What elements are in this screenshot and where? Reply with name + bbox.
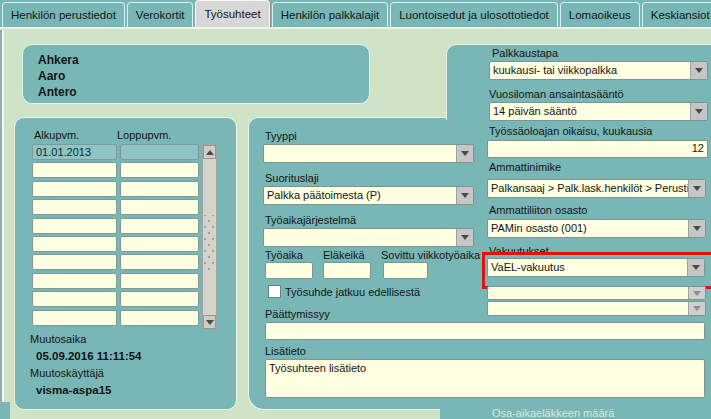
vuosiloman-ansaintasaanto-label: Vuosiloman ansaintasääntö <box>489 88 624 100</box>
muutoskayttaja-value: visma-aspa15 <box>36 384 111 396</box>
ammattiliiton-osasto-value: PAMin osasto (001) <box>488 220 688 237</box>
tab-verokortit[interactable]: Verokortit <box>127 2 194 27</box>
chevron-down-icon <box>693 291 701 296</box>
table-row <box>32 310 202 326</box>
tyoaikajarjestelma-label: Työaikajärjestelmä <box>265 214 356 226</box>
dropdown-button[interactable] <box>456 187 473 204</box>
tyoaika-input[interactable] <box>265 262 313 279</box>
osa-aikaelakkeen-maara-label: Osa-aikaeläkkeen määrä <box>492 407 614 419</box>
muutosaika-label: Muutosaika <box>30 333 86 345</box>
vakuutukset-value: VaEL-vakuutus <box>488 259 687 276</box>
tyosuhde-jatkuu-label: Työsuhde jatkuu edellisestä <box>285 286 420 298</box>
dropdown-button[interactable] <box>690 62 707 79</box>
loppupvm-cell[interactable] <box>120 254 199 270</box>
alkupvm-cell[interactable] <box>32 199 117 215</box>
tab-lomaoikeus[interactable]: Lomaoikeus <box>560 2 640 27</box>
alkupvm-cell[interactable] <box>32 162 117 178</box>
tab-henkilon-perustiedot[interactable]: Henkilön perustiedot <box>2 2 125 27</box>
chevron-down-icon <box>461 235 469 240</box>
suorituslaji-label: Suorituslaji <box>265 172 319 184</box>
dropdown-button[interactable] <box>687 259 704 276</box>
scrollbar-thumb[interactable] <box>204 215 215 271</box>
tyossaoloajan-oikaisu-input[interactable]: 12 <box>487 140 708 158</box>
dropdown-button[interactable] <box>456 145 473 162</box>
vuosiloman-ansaintasaanto-select[interactable]: 14 päivän sääntö <box>489 102 708 121</box>
alkupvm-cell[interactable] <box>32 310 117 326</box>
dropdown-button[interactable] <box>688 302 705 315</box>
chevron-down-icon <box>693 226 701 231</box>
tyyppi-select[interactable] <box>263 144 474 163</box>
vakuutukset-select-2[interactable] <box>487 286 706 300</box>
alkupvm-cell[interactable] <box>32 291 117 307</box>
tab-luontoisedut[interactable]: Luontoisedut ja ulosottotiedot <box>390 2 558 27</box>
employee-firstname: Aaro <box>38 68 79 84</box>
muutosaika-value: 05.09.2016 11:11:54 <box>36 350 142 362</box>
window-left-highlight <box>2 30 4 419</box>
suorituslaji-value: Palkka päätoimesta (P) <box>264 187 456 204</box>
ammattiliiton-osasto-label: Ammattiliiton osasto <box>489 204 587 216</box>
palkkaustapa-value: kuukausi- tai viikkopalkka <box>490 62 690 79</box>
table-row: 01.01.2013 <box>32 144 202 160</box>
loppupvm-cell[interactable] <box>120 162 199 178</box>
arrow-up-icon <box>206 150 214 155</box>
loppupvm-cell[interactable] <box>120 181 199 197</box>
tyossaoloajan-oikaisu-label: Työssäoloajan oikaisu, kuukausia <box>489 125 652 137</box>
dropdown-button[interactable] <box>456 229 473 246</box>
muutoskayttaja-label: Muutoskäyttäjä <box>30 367 104 379</box>
table-row <box>32 199 202 215</box>
scroll-up-button[interactable] <box>203 145 216 159</box>
ammattinimike-value: Palkansaaj > Palk.lask.henkilöt > Perust… <box>488 180 688 197</box>
lisatieto-label: Lisätieto <box>265 345 306 357</box>
loppupvm-cell[interactable] <box>120 273 199 289</box>
chevron-down-icon <box>461 151 469 156</box>
vakuutukset-select[interactable]: VaEL-vakuutus <box>487 258 705 277</box>
alkupvm-cell[interactable] <box>32 254 117 270</box>
palkkaustapa-label: Palkkaustapa <box>492 47 558 59</box>
tyosuhde-jatkuu-checkbox[interactable] <box>268 285 281 298</box>
loppupvm-cell[interactable] <box>120 144 199 160</box>
table-row <box>32 254 202 270</box>
date-table-scrollbar[interactable] <box>202 144 217 330</box>
vakuutukset-select-3[interactable] <box>487 301 706 316</box>
dropdown-button[interactable] <box>688 220 705 237</box>
table-row <box>32 181 202 197</box>
scroll-down-button[interactable] <box>203 315 216 329</box>
lisatieto-textarea[interactable]: Työsuhteen lisätieto <box>265 359 705 398</box>
chevron-down-icon <box>695 109 703 114</box>
sovittu-viikkotyoaika-input[interactable] <box>383 262 428 279</box>
tyoaikajarjestelma-value <box>264 229 456 246</box>
tyoaikajarjestelma-select[interactable] <box>263 228 474 247</box>
paattymissyy-input[interactable] <box>265 322 705 340</box>
loppupvm-cell[interactable] <box>120 218 199 234</box>
alkupvm-cell[interactable] <box>32 218 117 234</box>
chevron-down-icon <box>695 68 703 73</box>
tab-keskiansiot[interactable]: Keskiansiot <box>642 2 711 27</box>
loppupvm-cell[interactable] <box>120 236 199 252</box>
dropdown-button[interactable] <box>688 287 705 299</box>
ammattiliiton-osasto-select[interactable]: PAMin osasto (001) <box>487 219 706 238</box>
employee-name: Ahkera Aaro Antero <box>38 52 79 100</box>
alkupvm-cell[interactable] <box>32 236 117 252</box>
alkupvm-cell[interactable]: 01.01.2013 <box>32 144 117 160</box>
tab-tyosuhteet[interactable]: Työsuhteet <box>195 0 269 27</box>
table-row <box>32 291 202 307</box>
table-row <box>32 218 202 234</box>
tab-henkilon-palkkalajit[interactable]: Henkilön palkkalajit <box>272 2 388 27</box>
elakeika-input[interactable] <box>323 262 371 279</box>
loppupvm-cell[interactable] <box>120 310 199 326</box>
loppupvm-cell[interactable] <box>120 199 199 215</box>
arrow-down-icon <box>206 320 214 325</box>
alkupvm-cell[interactable] <box>32 181 117 197</box>
vuosiloman-ansaintasaanto-value: 14 päivän sääntö <box>490 103 690 120</box>
dropdown-button[interactable] <box>690 103 707 120</box>
table-row <box>32 236 202 252</box>
palkkaustapa-select[interactable]: kuukausi- tai viikkopalkka <box>489 61 708 80</box>
ammattinimike-select[interactable]: Palkansaaj > Palk.lask.henkilöt > Perust… <box>487 179 706 198</box>
loppupvm-cell[interactable] <box>120 291 199 307</box>
ammattinimike-label: Ammattinimike <box>489 161 561 173</box>
alkupvm-cell[interactable] <box>32 273 117 289</box>
dropdown-button[interactable] <box>688 180 705 197</box>
suorituslaji-select[interactable]: Palkka päätoimesta (P) <box>263 186 474 205</box>
window-corner <box>0 402 10 419</box>
tyoaika-label: Työaika <box>265 249 303 261</box>
